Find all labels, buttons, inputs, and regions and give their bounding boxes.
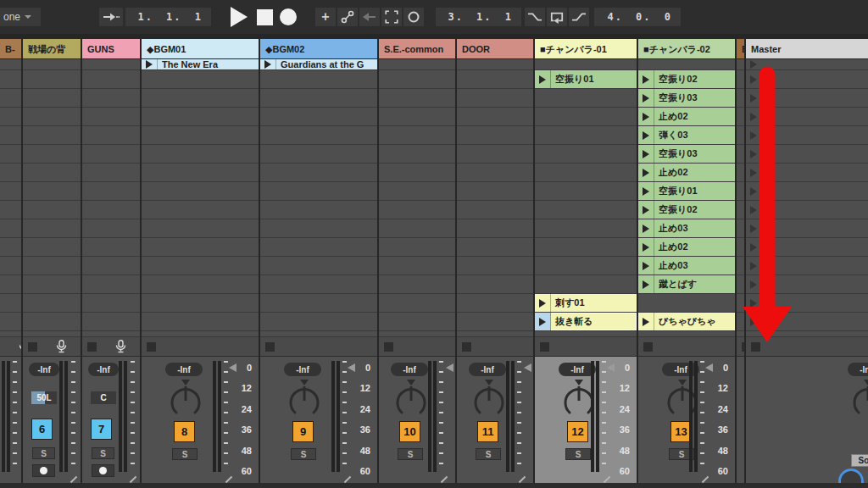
track-activator[interactable]: 12: [567, 421, 588, 442]
clip-slot[interactable]: [82, 257, 140, 275]
clip-slot[interactable]: [82, 313, 140, 331]
clip-slot[interactable]: [746, 201, 868, 219]
clip-slot[interactable]: [457, 201, 533, 219]
clip-slot[interactable]: [379, 201, 455, 219]
clip-slot[interactable]: 空振り01: [535, 70, 637, 89]
clip-slot[interactable]: [535, 89, 637, 108]
clip-刺す01[interactable]: 刺す01: [535, 294, 637, 312]
clip-slot[interactable]: [260, 275, 377, 294]
clip-slot[interactable]: [0, 313, 21, 331]
volume-display[interactable]: -Inf: [284, 363, 321, 376]
clip-slot[interactable]: [82, 294, 140, 313]
clip-slot[interactable]: [82, 201, 140, 219]
clip-slot[interactable]: [457, 331, 533, 337]
clip-slot[interactable]: [142, 182, 259, 201]
clip-slot[interactable]: [535, 238, 637, 257]
clip-空振り01[interactable]: 空振り01: [535, 70, 637, 88]
clip-slot[interactable]: [746, 182, 868, 201]
clip-slot[interactable]: [260, 182, 377, 201]
clip-slot[interactable]: [0, 108, 21, 126]
clip-slot[interactable]: [23, 331, 81, 337]
clip-slot[interactable]: [260, 89, 377, 108]
track-activator[interactable]: 7: [91, 419, 112, 440]
scene-slot[interactable]: [746, 182, 868, 200]
clip-slot[interactable]: [23, 89, 81, 108]
clip-slot[interactable]: [142, 108, 259, 126]
pan-knob[interactable]: [286, 379, 323, 418]
punch-out-button[interactable]: [569, 8, 589, 26]
master-pan-knob[interactable]: [849, 379, 868, 418]
clip-止め03[interactable]: 止め03: [638, 219, 735, 237]
track-activator[interactable]: 9: [292, 421, 314, 442]
clip-slot[interactable]: [142, 145, 259, 164]
clip-slot[interactable]: [737, 313, 744, 331]
clip-slot[interactable]: [457, 238, 533, 257]
solo-button[interactable]: S: [92, 447, 114, 459]
clip-空振り03[interactable]: 空振り03: [638, 89, 735, 107]
clip-slot[interactable]: [379, 275, 455, 294]
clip-slot[interactable]: [737, 201, 744, 219]
clip-launch-button[interactable]: [638, 219, 654, 237]
track-header[interactable]: ◆BGM01: [142, 39, 259, 59]
clip-slot[interactable]: [23, 59, 81, 70]
clip-slot[interactable]: [142, 164, 259, 182]
volume-display[interactable]: -Inf: [391, 363, 428, 376]
clip-slot[interactable]: [260, 219, 377, 238]
clip-slot[interactable]: [23, 108, 81, 126]
clip-slot[interactable]: [737, 257, 744, 275]
clip-slot[interactable]: [82, 89, 140, 108]
pan-control[interactable]: 50L: [31, 391, 57, 404]
clip-弾く03[interactable]: 弾く03: [638, 126, 735, 144]
scene-slot[interactable]: [746, 238, 868, 256]
clip-slot[interactable]: [82, 70, 140, 89]
clip-slot[interactable]: [379, 70, 455, 89]
clip-slot[interactable]: [457, 89, 533, 108]
preview-volume-knob[interactable]: [838, 469, 864, 483]
clip-slot[interactable]: 止め02: [638, 108, 735, 126]
clip-空振り02[interactable]: 空振り02: [638, 201, 735, 219]
scene-slot[interactable]: [746, 164, 868, 181]
solo-button[interactable]: S: [565, 448, 591, 460]
clip-slot[interactable]: [457, 219, 533, 238]
clip-slot[interactable]: [142, 275, 259, 294]
clip-stop-button[interactable]: [751, 342, 760, 352]
volume-display[interactable]: -Inf: [469, 363, 506, 376]
clip-slot[interactable]: [737, 331, 744, 337]
master-solo-label[interactable]: So: [851, 454, 868, 467]
volume-display[interactable]: -Inf: [88, 363, 119, 376]
track-activator[interactable]: 6: [31, 419, 53, 440]
clip-stop-button[interactable]: [643, 342, 653, 352]
clip-stop-button[interactable]: [265, 342, 275, 352]
clip-slot[interactable]: [23, 164, 81, 182]
clip-slot[interactable]: 弾く03: [638, 126, 735, 145]
clip-slot[interactable]: [737, 219, 744, 238]
clip-slot[interactable]: [737, 108, 744, 126]
clip-slot[interactable]: [260, 70, 377, 89]
clip-slot[interactable]: [746, 145, 868, 164]
track-header[interactable]: ■チャンバラ-01: [535, 39, 637, 59]
clip-slot[interactable]: [379, 182, 455, 201]
clip-slot[interactable]: [737, 126, 744, 145]
track-header[interactable]: 戦場の背: [23, 39, 81, 59]
clip-slot[interactable]: [379, 257, 455, 275]
clip-slot[interactable]: [457, 108, 533, 126]
clip-slot[interactable]: [23, 182, 81, 201]
clip-slot[interactable]: [142, 70, 259, 89]
solo-button[interactable]: S: [32, 447, 55, 459]
clip-stop-button[interactable]: [147, 342, 156, 352]
volume-fader-handle[interactable]: [446, 363, 453, 372]
clip-slot[interactable]: Guardians at the G: [260, 59, 377, 70]
clip-slot[interactable]: [737, 182, 744, 201]
clip-slot[interactable]: [746, 219, 868, 238]
clip-slot[interactable]: [737, 164, 744, 182]
clip-slot[interactable]: [0, 182, 21, 201]
clip-slot[interactable]: [379, 145, 455, 164]
clip-slot[interactable]: 空振り02: [638, 70, 735, 89]
clip-launch-button[interactable]: [638, 275, 654, 293]
arm-record-button[interactable]: [32, 464, 55, 477]
clip-止め03[interactable]: 止め03: [638, 257, 735, 274]
track-header[interactable]: B: [737, 39, 744, 59]
scene-slot[interactable]: [746, 219, 868, 237]
clip-slot[interactable]: 止め02: [638, 164, 735, 182]
clip-止め02[interactable]: 止め02: [638, 164, 735, 181]
